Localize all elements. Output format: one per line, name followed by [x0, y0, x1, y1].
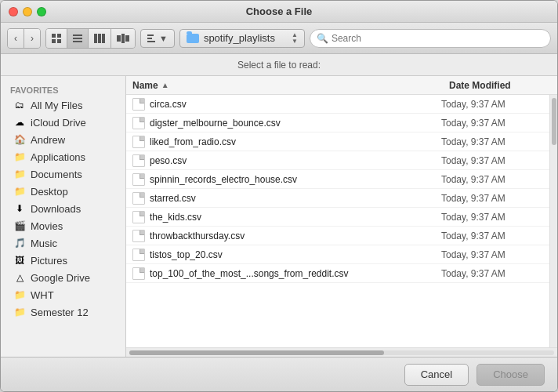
svg-rect-7 — [94, 34, 97, 43]
sidebar-label: Applications — [31, 151, 85, 163]
file-row[interactable]: top_100_of_the_most_...songs_from_reddit… — [126, 264, 549, 283]
home-icon: 🏠 — [13, 133, 26, 146]
choose-button[interactable]: Choose — [476, 364, 545, 386]
back-button[interactable]: ‹ — [8, 29, 24, 48]
sidebar-item-downloads[interactable]: ⬇ Downloads — [4, 200, 122, 217]
folder-icon — [187, 34, 199, 43]
file-icon — [132, 154, 145, 167]
file-list: circa.csv Today, 9:37 AM digster_melbour… — [126, 95, 549, 347]
sidebar-item-desktop[interactable]: 📁 Desktop — [4, 183, 122, 200]
file-icon — [132, 211, 145, 223]
file-chooser-window: Choose a File ‹ › — [0, 0, 558, 392]
folder-arrows-icon: ▲ ▼ — [292, 32, 298, 45]
svg-rect-2 — [52, 39, 56, 43]
sidebar-item-music[interactable]: 🎵 Music — [4, 234, 122, 252]
sidebar-item-movies[interactable]: 🎬 Movies — [4, 217, 122, 234]
sidebar-item-semester-12[interactable]: 📁 Semester 12 — [4, 303, 122, 321]
svg-rect-8 — [98, 34, 101, 43]
cancel-button[interactable]: Cancel — [404, 364, 469, 386]
nav-button-group: ‹ › — [7, 28, 41, 49]
sidebar-item-documents[interactable]: 📁 Documents — [4, 165, 122, 183]
file-date: Today, 9:37 AM — [441, 99, 543, 110]
sidebar-label: All My Files — [31, 100, 82, 111]
music-icon: 🎵 — [13, 237, 26, 249]
search-box[interactable]: 🔍 — [310, 29, 551, 48]
column-date-header[interactable]: Date Modified — [449, 80, 551, 91]
desktop-icon: 📁 — [13, 185, 26, 198]
file-row[interactable]: tistos_top_20.csv Today, 9:37 AM — [126, 245, 549, 264]
all-my-files-icon: 🗂 — [13, 99, 26, 111]
icloud-drive-icon: ☁ — [13, 116, 26, 129]
file-date: Today, 9:37 AM — [441, 174, 543, 185]
file-row[interactable]: spinnin_records_electro_house.csv Today,… — [126, 170, 549, 189]
toolbar: ‹ › — [1, 23, 557, 54]
file-name: digster_melbourne_bounce.csv — [150, 118, 441, 129]
column-name-header[interactable]: Name ▲ — [132, 80, 449, 91]
svg-rect-4 — [73, 34, 82, 36]
file-name: circa.csv — [150, 99, 441, 110]
file-icon — [132, 192, 145, 205]
sidebar-label: WHT — [31, 289, 54, 301]
file-row[interactable]: digster_melbourne_bounce.csv Today, 9:37… — [126, 114, 549, 132]
folder-selector[interactable]: spotify_playlists ▲ ▼ — [179, 29, 305, 48]
instruction-bar: Select a file to read: — [1, 54, 557, 76]
pictures-icon: 🖼 — [13, 254, 26, 267]
file-icon — [132, 230, 145, 242]
file-row[interactable]: liked_from_radio.csv Today, 9:37 AM — [126, 132, 549, 151]
fullscreen-button[interactable] — [37, 7, 46, 16]
minimize-button[interactable] — [23, 7, 32, 16]
file-name: liked_from_radio.csv — [150, 136, 441, 147]
wht-icon: 📁 — [13, 289, 26, 301]
svg-rect-12 — [125, 35, 129, 42]
file-name: tistos_top_20.csv — [150, 249, 441, 260]
sidebar-item-icloud-drive[interactable]: ☁ iCloud Drive — [4, 114, 122, 131]
sidebar-item-andrew[interactable]: 🏠 Andrew — [4, 131, 122, 148]
documents-icon: 📁 — [13, 168, 26, 180]
arrange-button[interactable]: ▼ — [140, 29, 175, 48]
sidebar-item-applications[interactable]: 📁 Applications — [4, 148, 122, 165]
file-row[interactable]: throwbackthursday.csv Today, 9:37 AM — [126, 227, 549, 245]
file-date: Today, 9:37 AM — [441, 249, 543, 260]
sidebar-item-wht[interactable]: 📁 WHT — [4, 286, 122, 303]
file-row[interactable]: the_kids.csv Today, 9:37 AM — [126, 208, 549, 227]
file-icon — [132, 98, 145, 111]
svg-rect-0 — [52, 34, 56, 38]
file-date: Today, 9:37 AM — [441, 212, 543, 223]
svg-rect-1 — [57, 34, 61, 38]
file-date: Today, 9:37 AM — [441, 193, 543, 204]
close-button[interactable] — [9, 7, 18, 16]
file-date: Today, 9:37 AM — [441, 230, 543, 241]
file-date: Today, 9:37 AM — [441, 268, 543, 279]
sidebar-section-label: Favorites — [1, 82, 125, 96]
folder-name: spotify_playlists — [204, 32, 287, 44]
icon-view-button[interactable] — [46, 29, 67, 48]
sidebar-item-all-my-files[interactable]: 🗂 All My Files — [4, 96, 122, 114]
file-list-wrapper: circa.csv Today, 9:37 AM digster_melbour… — [126, 95, 557, 347]
sidebar-item-google-drive[interactable]: △ Google Drive — [4, 269, 122, 286]
vertical-scrollbar[interactable] — [549, 95, 557, 347]
main-content: Favorites 🗂 All My Files ☁ iCloud Drive … — [1, 76, 557, 357]
sort-arrow-icon: ▲ — [161, 81, 169, 89]
view-button-group — [45, 28, 136, 49]
sidebar-item-pictures[interactable]: 🖼 Pictures — [4, 252, 122, 269]
file-row[interactable]: peso.csv Today, 9:37 AM — [126, 151, 549, 170]
file-row[interactable]: circa.csv Today, 9:37 AM — [126, 95, 549, 114]
sidebar-label: Google Drive — [31, 272, 90, 284]
list-view-button[interactable] — [67, 29, 89, 48]
svg-rect-10 — [117, 35, 121, 42]
sidebar: Favorites 🗂 All My Files ☁ iCloud Drive … — [1, 76, 126, 357]
instruction-text: Select a file to read: — [237, 60, 321, 71]
file-icon — [132, 173, 145, 186]
search-input[interactable] — [332, 33, 544, 44]
svg-rect-13 — [147, 34, 154, 36]
forward-button[interactable]: › — [24, 29, 40, 48]
sidebar-label: Desktop — [31, 186, 68, 198]
sidebar-label: Music — [31, 238, 57, 249]
title-bar: Choose a File — [1, 1, 557, 23]
cover-flow-button[interactable] — [111, 29, 135, 48]
sidebar-label: Pictures — [31, 255, 67, 267]
horizontal-scrollbar-area[interactable] — [126, 347, 557, 357]
svg-rect-11 — [121, 34, 125, 43]
file-row[interactable]: starred.csv Today, 9:37 AM — [126, 189, 549, 208]
column-view-button[interactable] — [89, 29, 111, 48]
